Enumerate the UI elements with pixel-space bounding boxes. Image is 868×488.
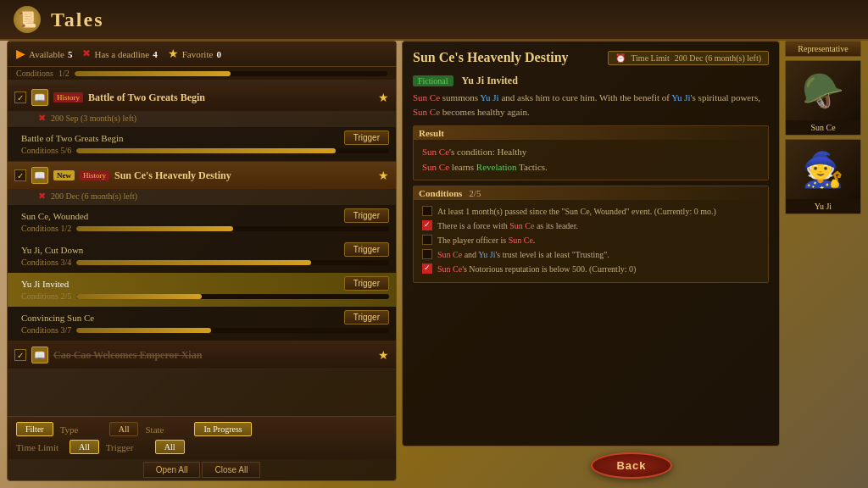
result-line-1: Sun Ce's condition: Healthy — [422, 145, 760, 160]
check-4 — [422, 249, 432, 259]
conditions-header: Conditions 2/5 — [414, 186, 768, 200]
conditions-progress — [75, 71, 387, 76]
event-conditions-yuji-invited: Conditions 2/5 — [21, 291, 389, 303]
bottom-filter: Filter Type All State In Progress Time L… — [8, 416, 396, 459]
check-3 — [422, 235, 432, 245]
available-filter[interactable]: ▶ Available 5 — [16, 47, 72, 61]
event-conditions-convincing: Conditions 3/7 — [21, 324, 389, 337]
title-bar: 📜 Tales — [0, 0, 868, 41]
tale-checkbox-battle[interactable]: ✓ — [14, 92, 26, 103]
check-1 — [422, 206, 432, 216]
detail-title: Sun Ce's Heavenly Destiny — [413, 50, 569, 65]
fictional-tag: Fictional — [413, 75, 453, 86]
available-label: Available — [29, 49, 64, 59]
time-limit-value: 200 Dec (6 month(s) left) — [675, 53, 761, 63]
result-line-2: Sun Ce learns Revelation Tactics. — [422, 160, 760, 175]
star-battle[interactable]: ★ — [378, 91, 389, 105]
star-caocao[interactable]: ★ — [378, 348, 389, 363]
rep-title: Representative — [785, 41, 861, 57]
progress-battle-begin — [76, 148, 389, 153]
event-conditions-wounded: Conditions 1/2 — [21, 223, 389, 236]
progress-convincing — [76, 328, 389, 333]
rep-name-yuji: Yu Ji — [786, 199, 860, 214]
deadline-icon-battle: ✖ — [38, 113, 46, 124]
time-limit-label: Time Limit — [631, 53, 669, 63]
tale-group-sunce: ✓ 📖 New History Sun Ce's Heavenly Destin… — [8, 162, 396, 341]
deadline-text-battle: 200 Sep (3 month(s) left) — [51, 114, 136, 123]
back-button[interactable]: Back — [591, 452, 671, 479]
clock-icon: ⏰ — [615, 53, 626, 63]
tale-header-sunce[interactable]: ✓ 📖 New History Sun Ce's Heavenly Destin… — [8, 162, 396, 189]
tale-checkbox-caocao[interactable]: ✓ — [14, 349, 26, 361]
tales-icon: 📜 — [14, 6, 41, 33]
tale-header-battle[interactable]: ✓ 📖 History Battle of Two Greats Begin ★ — [8, 84, 396, 111]
rep-portrait-sunce: 🪖 — [786, 61, 860, 120]
conditions-label-text: Conditions — [419, 188, 462, 198]
filter-row-2: Time Limit All Trigger All — [16, 440, 387, 454]
trigger-btn-yuji-invited[interactable]: Trigger — [344, 276, 389, 291]
open-close-row: Open All Close All — [8, 459, 396, 480]
tale-event-yuji-invited[interactable]: Yu Ji Invited Trigger Conditions 2/5 — [8, 273, 396, 307]
trigger-filter-label: Trigger — [106, 442, 148, 452]
deadline-filter[interactable]: ✖ Has a deadline 4 — [82, 47, 157, 60]
desc-text-1: Sun Ce summons Yu Ji and asks him to cur… — [413, 92, 760, 117]
tale-title-caocao: Cao Cao Welcomes Emperor Xian — [53, 349, 373, 362]
conditions-label: Conditions — [16, 69, 53, 78]
state-filter-value[interactable]: In Progress — [194, 422, 251, 436]
conditions-value: 1/2 — [58, 69, 70, 78]
progress-yuji-invited — [76, 294, 389, 299]
deadline-count: 4 — [153, 49, 158, 59]
history-badge-sunce: History — [80, 170, 109, 180]
star-sunce[interactable]: ★ — [378, 169, 389, 183]
cond-text-1: At least 1 month(s) passed since the "Su… — [437, 205, 716, 218]
tale-event-convincing: Convincing Sun Ce Trigger Conditions 3/7 — [8, 307, 396, 341]
result-header: Result — [414, 126, 768, 140]
rep-card-yuji: 🧙 Yu Ji — [785, 139, 861, 214]
event-conditions-yuji-cut: Conditions 3/4 — [21, 257, 389, 269]
event-name-yuji-cut: Yu Ji, Cut Down — [21, 243, 83, 257]
available-count: 5 — [68, 49, 73, 59]
deadline-icon-sunce: ✖ — [38, 191, 46, 202]
trigger-btn-wounded[interactable]: Trigger — [344, 208, 389, 223]
trigger-btn-convincing[interactable]: Trigger — [344, 310, 389, 324]
event-conditions-battle-begin: Conditions 5/6 — [21, 145, 389, 158]
event-name-wounded: Sun Ce, Wounded — [21, 209, 88, 223]
condition-1: At least 1 month(s) passed since the "Su… — [422, 205, 760, 218]
type-filter-value[interactable]: All — [109, 422, 139, 436]
tale-header-caocao[interactable]: ✓ 📖 Cao Cao Welcomes Emperor Xian ★ — [8, 341, 396, 369]
rep-portrait-yuji: 🧙 — [786, 140, 860, 199]
favorite-count: 0 — [216, 49, 221, 59]
cond-text-3: The player officer is Sun Ce. — [437, 234, 535, 247]
back-btn-row: Back — [402, 450, 861, 481]
conditions-section: Conditions 2/5 At least 1 month(s) passe… — [413, 186, 769, 283]
filter-row-1: Filter Type All State In Progress — [16, 422, 387, 436]
event-name-convincing: Convincing Sun Ce — [21, 311, 94, 324]
right-panel: Sun Ce's Heavenly Destiny ⏰ Time Limit 2… — [402, 41, 861, 481]
deadline-icon: ✖ — [82, 47, 91, 60]
right-content: Sun Ce's Heavenly Destiny ⏰ Time Limit 2… — [402, 41, 861, 446]
history-badge-battle: History — [53, 92, 83, 103]
tale-title-battle: Battle of Two Greats Begin — [88, 92, 373, 104]
available-icon: ▶ — [16, 47, 25, 61]
event-subtitle: Yu Ji Invited — [462, 75, 518, 86]
rep-name-sunce: Sun Ce — [786, 120, 860, 135]
top-filter-bar: ▶ Available 5 ✖ Has a deadline 4 ★ Favor… — [8, 42, 396, 67]
trigger-btn-battle-begin[interactable]: Trigger — [344, 130, 389, 145]
favorite-label: Favorite — [182, 49, 214, 59]
open-all-btn[interactable]: Open All — [143, 462, 201, 478]
favorite-filter[interactable]: ★ Favorite 0 — [168, 47, 221, 61]
rep-card-sunce: 🪖 Sun Ce — [785, 60, 861, 136]
check-2: ✓ — [422, 220, 432, 230]
close-all-btn[interactable]: Close All — [202, 462, 260, 478]
trigger-btn-yuji-cut[interactable]: Trigger — [344, 242, 389, 257]
time-limit-filter-label: Time Limit — [16, 442, 63, 452]
filter-btn[interactable]: Filter — [16, 422, 53, 436]
tale-checkbox-sunce[interactable]: ✓ — [14, 169, 26, 181]
time-limit-filter-value[interactable]: All — [70, 440, 99, 454]
new-badge-sunce: New — [53, 170, 75, 180]
trigger-filter-value[interactable]: All — [155, 440, 185, 454]
tale-group-caocao: ✓ 📖 Cao Cao Welcomes Emperor Xian ★ — [8, 341, 396, 369]
page-title: Tales — [51, 8, 103, 31]
book-icon-sunce: 📖 — [31, 167, 48, 184]
tale-event-wounded: Sun Ce, Wounded Trigger Conditions 1/2 — [8, 205, 396, 239]
